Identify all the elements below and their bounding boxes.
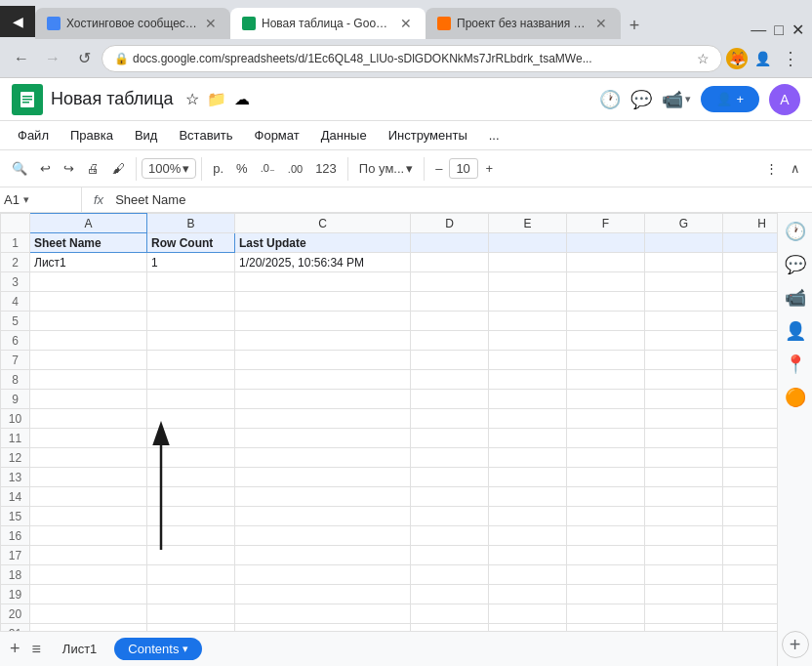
cell[interactable] [411,487,489,507]
cell[interactable] [567,565,645,585]
cell[interactable] [567,585,645,604]
cell[interactable] [567,253,645,272]
cell[interactable] [30,292,147,312]
cell[interactable] [645,272,723,292]
cell[interactable] [723,253,778,272]
cell[interactable] [645,390,723,409]
add-sheet-btn[interactable]: + [6,639,24,659]
cell[interactable] [411,312,489,331]
cell[interactable] [567,448,645,468]
col-header-e[interactable]: E [489,214,567,233]
col-header-a[interactable]: A [30,214,147,233]
cell[interactable] [30,487,147,507]
cell[interactable] [411,507,489,526]
cell[interactable] [235,565,411,585]
redo-btn[interactable]: ↪ [58,157,80,180]
cell[interactable] [645,487,723,507]
cell[interactable] [645,429,723,448]
cell[interactable] [723,565,778,585]
cell[interactable] [30,390,147,409]
cell[interactable] [567,546,645,565]
cell[interactable] [235,604,411,624]
cell[interactable] [723,624,778,632]
cell[interactable] [235,526,411,546]
cell[interactable] [147,468,235,487]
row-number[interactable]: 19 [1,585,30,604]
cell[interactable] [723,604,778,624]
cell[interactable] [30,272,147,292]
cell[interactable] [567,331,645,351]
cell[interactable] [723,409,778,429]
cell[interactable] [567,429,645,448]
cell[interactable] [235,312,411,331]
col-header-d[interactable]: D [411,214,489,233]
cell[interactable] [645,253,723,272]
cell[interactable] [235,292,411,312]
row-number[interactable]: 10 [1,409,30,429]
cell[interactable] [489,351,567,370]
cell[interactable] [411,331,489,351]
font-size-input[interactable]: 10 [449,158,478,179]
tab3-close[interactable]: ✕ [593,14,609,33]
collapse-toolbar-btn[interactable]: ∧ [785,157,806,180]
currency-btn[interactable]: р. [207,157,229,180]
cell[interactable] [235,585,411,604]
account-avatar[interactable]: A [769,84,800,115]
cell[interactable] [723,331,778,351]
cell[interactable] [30,624,147,632]
cell[interactable] [30,409,147,429]
close-btn[interactable]: ✕ [792,21,804,39]
cell[interactable] [489,429,567,448]
maximize-btn[interactable]: □ [774,21,784,39]
browser-tab-1[interactable]: Хостинговое сообщество ✕ [35,8,230,39]
cell[interactable] [567,351,645,370]
cell[interactable] [30,526,147,546]
cell[interactable] [723,468,778,487]
row-number[interactable]: 21 [1,624,30,632]
cell[interactable] [645,624,723,632]
cell[interactable] [723,272,778,292]
cell[interactable] [235,448,411,468]
cell[interactable] [567,312,645,331]
cell[interactable] [723,487,778,507]
more-options-btn[interactable]: ⋮ [759,157,784,180]
cell[interactable] [147,624,235,632]
zoom-select[interactable]: 100% ▾ [142,158,196,179]
cell[interactable] [411,370,489,390]
cell[interactable] [411,390,489,409]
cell[interactable] [30,507,147,526]
cell[interactable] [567,370,645,390]
cell[interactable] [723,351,778,370]
cell[interactable] [645,351,723,370]
cell[interactable] [567,292,645,312]
cell[interactable] [30,546,147,565]
cell[interactable] [645,526,723,546]
cell[interactable] [645,312,723,331]
row-number[interactable]: 13 [1,468,30,487]
menu-insert[interactable]: Вставить [169,124,242,146]
cell[interactable] [489,546,567,565]
cell[interactable] [489,292,567,312]
format-123-btn[interactable]: 123 [309,157,343,180]
cell[interactable] [489,390,567,409]
row-number[interactable]: 1 [1,233,30,253]
cell[interactable]: Last Update [235,233,411,253]
cell[interactable] [723,546,778,565]
col-header-f[interactable]: F [567,214,645,233]
cell[interactable] [411,604,489,624]
comment-btn[interactable]: 💬 [630,89,652,110]
back-btn[interactable]: ← [8,45,35,72]
cell[interactable]: 1/20/2025, 10:56:34 PM [235,253,411,272]
cell[interactable] [235,429,411,448]
browser-menu-btn[interactable]: ⋮ [777,45,804,72]
cell[interactable] [411,526,489,546]
cell[interactable]: Лист1 [30,253,147,272]
row-number[interactable]: 5 [1,312,30,331]
cell[interactable] [30,312,147,331]
search-btn[interactable]: 🔍 [6,157,33,180]
row-number[interactable]: 17 [1,546,30,565]
row-number[interactable]: 9 [1,390,30,409]
cell[interactable] [645,409,723,429]
menu-tools[interactable]: Инструменты [379,124,477,146]
ext-icon-1[interactable]: 🦊 [726,48,748,69]
